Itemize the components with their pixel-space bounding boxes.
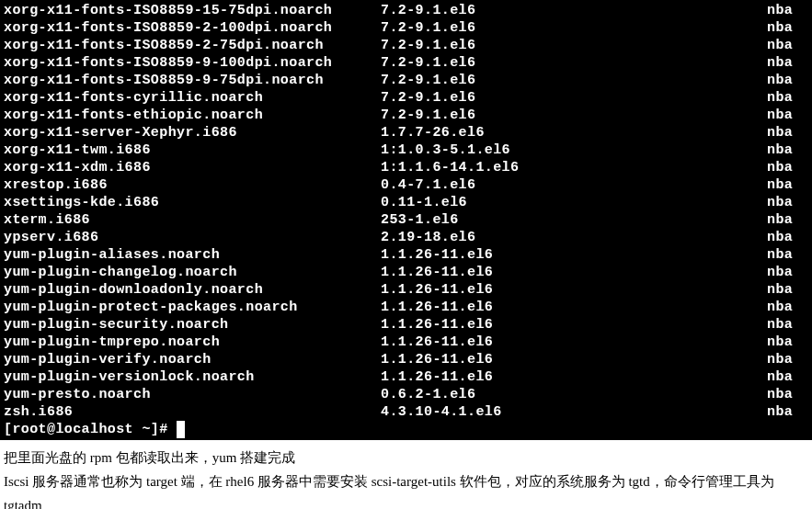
package-version: 1.1.26-11.el6 [381,316,767,334]
package-name: xsettings-kde.i686 [4,194,381,211]
package-name: ypserv.i686 [4,229,381,246]
package-row: xorg-x11-fonts-cyrillic.noarch7.2-9.1.el… [4,89,808,107]
package-repo: nba [767,72,793,89]
package-name: xorg-x11-fonts-ISO8859-9-75dpi.noarch [4,72,381,89]
package-repo: nba [767,386,793,403]
package-row: yum-plugin-security.noarch1.1.26-11.el6n… [4,316,808,334]
package-row: yum-plugin-verify.noarch1.1.26-11.el6nba [4,351,808,368]
package-name: yum-plugin-tmprepo.noarch [4,334,381,351]
package-row: yum-plugin-protect-packages.noarch1.1.26… [4,299,808,316]
package-name: yum-plugin-security.noarch [4,316,381,334]
package-repo: nba [767,19,793,37]
package-row: xsettings-kde.i6860.11-1.el6nba [4,194,808,211]
package-row: yum-plugin-versionlock.noarch1.1.26-11.e… [4,368,808,386]
package-version: 0.11-1.el6 [381,194,767,211]
package-repo: nba [767,229,793,246]
package-row: zsh.i6864.3.10-4.1.el6nba [4,403,808,421]
package-repo: nba [767,54,793,72]
package-repo: nba [767,403,793,421]
package-version: 7.2-9.1.el6 [381,107,767,124]
package-repo: nba [767,89,793,107]
package-version: 1.1.26-11.el6 [381,264,767,281]
package-repo: nba [767,368,793,386]
package-repo: nba [767,141,793,159]
package-repo: nba [767,334,793,351]
package-row: yum-plugin-tmprepo.noarch1.1.26-11.el6nb… [4,334,808,351]
package-repo: nba [767,194,793,211]
package-name: xorg-x11-fonts-cyrillic.noarch [4,89,381,107]
package-name: yum-plugin-aliases.noarch [4,246,381,264]
cursor-icon [177,421,185,438]
package-repo: nba [767,246,793,264]
package-row: xorg-x11-fonts-ISO8859-9-100dpi.noarch7.… [4,54,808,72]
package-name: xorg-x11-fonts-ISO8859-15-75dpi.noarch [4,2,381,19]
package-repo: nba [767,299,793,316]
package-row: yum-plugin-downloadonly.noarch1.1.26-11.… [4,281,808,299]
package-version: 1.1.26-11.el6 [381,368,767,386]
package-row: ypserv.i6862.19-18.el6nba [4,229,808,246]
package-version: 1.1.26-11.el6 [381,281,767,299]
package-row: xterm.i686253-1.el6nba [4,211,808,229]
package-version: 7.2-9.1.el6 [381,72,767,89]
package-version: 2.19-18.el6 [381,229,767,246]
package-name: yum-plugin-versionlock.noarch [4,368,381,386]
package-name: yum-plugin-changelog.noarch [4,264,381,281]
package-version: 1.7.7-26.el6 [381,124,767,141]
package-version: 1.1.26-11.el6 [381,246,767,264]
package-name: yum-plugin-verify.noarch [4,351,381,368]
package-version: 0.4-7.1.el6 [381,176,767,194]
package-version: 7.2-9.1.el6 [381,19,767,37]
package-repo: nba [767,107,793,124]
package-version: 1:1.0.3-5.1.el6 [381,141,767,159]
package-version: 4.3.10-4.1.el6 [381,403,767,421]
desc-line-2: Iscsi 服务器通常也称为 target 端，在 rhel6 服务器中需要安装… [4,469,808,509]
terminal-output: xorg-x11-fonts-ISO8859-15-75dpi.noarch7.… [0,0,812,440]
package-name: xterm.i686 [4,211,381,229]
package-repo: nba [767,316,793,334]
desc-line-1: 把里面光盘的 rpm 包都读取出来，yum 搭建完成 [4,446,808,469]
package-name: xorg-x11-fonts-ISO8859-2-75dpi.noarch [4,37,381,54]
package-row: yum-plugin-changelog.noarch1.1.26-11.el6… [4,264,808,281]
shell-prompt[interactable]: [root@localhost ~]# [4,421,808,438]
package-repo: nba [767,159,793,176]
package-name: yum-plugin-downloadonly.noarch [4,281,381,299]
package-repo: nba [767,264,793,281]
package-version: 253-1.el6 [381,211,767,229]
package-repo: nba [767,351,793,368]
package-version: 1.1.26-11.el6 [381,299,767,316]
package-row: xorg-x11-fonts-ISO8859-2-100dpi.noarch7.… [4,19,808,37]
package-name: yum-plugin-protect-packages.noarch [4,299,381,316]
package-version: 7.2-9.1.el6 [381,89,767,107]
package-version: 7.2-9.1.el6 [381,2,767,19]
package-row: xorg-x11-fonts-ISO8859-15-75dpi.noarch7.… [4,2,808,19]
package-row: xrestop.i6860.4-7.1.el6nba [4,176,808,194]
package-name: xorg-x11-fonts-ISO8859-9-100dpi.noarch [4,54,381,72]
package-repo: nba [767,211,793,229]
package-version: 1.1.26-11.el6 [381,334,767,351]
package-repo: nba [767,37,793,54]
package-name: xorg-x11-fonts-ethiopic.noarch [4,107,381,124]
package-version: 1:1.1.6-14.1.el6 [381,159,767,176]
package-repo: nba [767,281,793,299]
package-version: 1.1.26-11.el6 [381,351,767,368]
package-version: 0.6.2-1.el6 [381,386,767,403]
package-version: 7.2-9.1.el6 [381,37,767,54]
package-name: xorg-x11-server-Xephyr.i686 [4,124,381,141]
package-name: xorg-x11-fonts-ISO8859-2-100dpi.noarch [4,19,381,37]
package-repo: nba [767,2,793,19]
package-row: yum-plugin-aliases.noarch1.1.26-11.el6nb… [4,246,808,264]
package-name: xorg-x11-xdm.i686 [4,159,381,176]
package-row: xorg-x11-xdm.i6861:1.1.6-14.1.el6nba [4,159,808,176]
package-name: xrestop.i686 [4,176,381,194]
package-name: zsh.i686 [4,403,381,421]
package-row: xorg-x11-fonts-ISO8859-9-75dpi.noarch7.2… [4,72,808,89]
package-row: xorg-x11-server-Xephyr.i6861.7.7-26.el6n… [4,124,808,141]
package-version: 7.2-9.1.el6 [381,54,767,72]
package-repo: nba [767,124,793,141]
package-repo: nba [767,176,793,194]
package-row: xorg-x11-fonts-ISO8859-2-75dpi.noarch7.2… [4,37,808,54]
package-row: xorg-x11-twm.i6861:1.0.3-5.1.el6nba [4,141,808,159]
package-name: yum-presto.noarch [4,386,381,403]
package-name: xorg-x11-twm.i686 [4,141,381,159]
package-row: yum-presto.noarch0.6.2-1.el6nba [4,386,808,403]
